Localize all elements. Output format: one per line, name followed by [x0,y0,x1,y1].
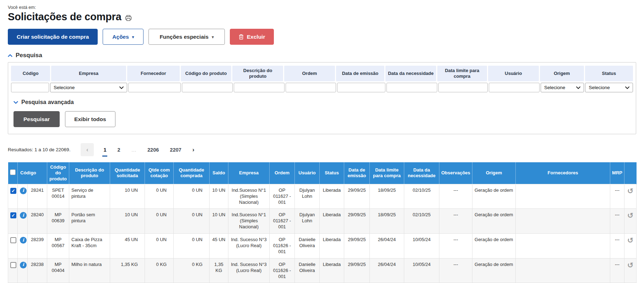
row-history-cell: ↺ [624,234,637,258]
pagination: ‹ 12…22062207 › [81,143,194,156]
print-icon[interactable] [125,15,132,21]
cell-usuario: Danielle Oliveira [295,234,320,258]
search-field-header-ordem: Ordem [284,66,335,81]
cell-saldo: 1,35 KG [210,258,228,283]
search-input-codigo-do-produto[interactable] [182,83,233,92]
row-checkbox[interactable] [10,212,16,218]
delete-button[interactable]: Excluir [230,29,274,45]
search-input-ordem[interactable] [286,83,336,92]
cell-status: Liberada [320,258,344,283]
search-field-header-data-da-necessidade: Data da necessidade [385,66,436,81]
undo-history-icon[interactable]: ↺ [627,237,634,244]
pagination-page-2[interactable]: 2 [117,147,120,153]
table-row: i28241SPET 00014Serviço de pintura10 UN0… [8,184,637,209]
search-select-status[interactable]: Selecione [585,83,633,92]
search-field-header-descricao-do-produto: Descrição do produto [232,66,283,81]
cell-origem: Geração de ordem [472,258,516,283]
cell-ordem: OP 011627 - 001 [270,209,295,234]
search-field-cell-ordem [286,83,336,92]
row-checkbox[interactable] [10,262,16,268]
search-button[interactable]: Pesquisar [13,111,60,127]
search-section-toggle[interactable]: Pesquisa [8,52,636,59]
pagination-page-2207[interactable]: 2207 [170,147,181,153]
undo-history-icon[interactable]: ↺ [627,212,634,219]
search-field-header-data-limite-para-compra: Data limite para compra [437,66,487,81]
search-field-cell-data-da-necessidade [386,83,437,92]
table-header-row: CódigoCódigo do produtoDescrição do prod… [8,162,637,184]
column-header-origem: Origem [472,162,516,184]
search-field-cell-data-limite-para-compra [438,83,488,92]
search-input-data-de-emissao[interactable] [337,83,385,92]
info-icon[interactable]: i [20,262,27,268]
search-field-header-status: Status [585,66,633,81]
cell-qtd-solicitada: 10 UN [110,209,145,234]
column-header-observacoes: Observações [439,162,472,184]
cell-data-necessidade: 10/05/24 [404,234,439,258]
row-select-cell [8,184,18,209]
cell-observacoes: --- [439,209,472,234]
search-field-cell-usuario [489,83,540,92]
search-field-header-usuario: Usuário [488,66,539,81]
cell-saldo: 10 UN [210,209,228,234]
advanced-search-toggle[interactable]: Pesquisa avançada [13,99,633,105]
cell-origem: Geração de ordem [472,234,516,258]
search-input-usuario[interactable] [489,83,540,92]
undo-history-icon[interactable]: ↺ [627,187,634,195]
row-history-cell: ↺ [624,184,637,209]
info-icon[interactable]: i [20,237,27,244]
cell-saldo: 45 UN [210,234,228,258]
search-select-origem-value: Selecione [544,85,565,90]
show-all-button[interactable]: Exibir todos [65,111,115,127]
row-info-cell: i [18,258,28,283]
toolbar: Criar solicitação de compra Ações ▾ Funç… [8,29,636,45]
column-header-empresa: Empresa [228,162,270,184]
cell-codigo: 28238 [28,258,47,283]
search-header-row: CódigoEmpresaFornecedorCódigo do produto… [11,66,633,81]
pagination-page-2206[interactable]: 2206 [147,147,159,153]
search-field-header-data-de-emissao: Data de emissão [336,66,384,81]
search-input-codigo[interactable] [11,83,49,92]
column-header-actions [624,162,637,184]
special-functions-dropdown-button[interactable]: Funções especiais ▾ [148,29,224,45]
pagination-prev-button[interactable]: ‹ [81,143,94,156]
cell-descricao: Caixa de Pizza Kraft - 35cm [69,234,110,258]
search-select-empresa[interactable]: Selecione [50,83,127,92]
select-all-header-cell [8,162,18,184]
search-field-cell-origem: Selecione [541,83,584,92]
search-input-descricao-do-produto[interactable] [234,83,285,92]
cell-data-limite: 26/04/24 [370,234,404,258]
row-checkbox[interactable] [10,188,16,194]
actions-dropdown-button[interactable]: Ações ▾ [103,29,144,45]
search-field-cell-fornecedor [128,83,181,92]
cell-usuario: Danielle Oliveira [295,258,320,283]
row-checkbox[interactable] [10,237,16,243]
search-field-cell-status: Selecione [585,83,633,92]
chevron-down-icon [576,86,580,89]
column-header-fornecedores: Fornecedores [516,162,610,184]
select-all-checkbox[interactable] [10,169,16,175]
info-icon[interactable]: i [20,212,27,219]
purchase-requests-table: CódigoCódigo do produtoDescrição do prod… [8,162,637,283]
search-panel: CódigoEmpresaFornecedorCódigo do produto… [8,62,636,134]
trash-icon [239,34,244,40]
search-input-data-limite-para-compra[interactable] [438,83,488,92]
results-bar: Resultados: 1 a 10 de 22069. ‹ 12…220622… [8,143,636,156]
cell-status: Liberada [320,234,344,258]
create-purchase-request-button[interactable]: Criar solicitação de compra [8,29,98,45]
cell-codigo: 28241 [28,184,47,209]
search-input-fornecedor[interactable] [128,83,181,92]
search-section-label: Pesquisa [16,52,42,59]
advanced-search-label: Pesquisa avançada [21,99,74,105]
pagination-page-1[interactable]: 1 [103,147,106,153]
results-summary: Resultados: 1 a 10 de 22069. [8,147,70,152]
search-select-empresa-value: Selecione [54,85,75,90]
pagination-next-button[interactable]: › [193,146,195,153]
cell-codigo: 28240 [28,209,47,234]
search-select-origem[interactable]: Selecione [541,83,584,92]
cell-qtd-solicitada: 45 UN [110,234,145,258]
cell-ordem: OP 011627 - 001 [270,184,295,209]
info-icon[interactable]: i [20,187,27,194]
search-input-data-da-necessidade[interactable] [386,83,437,92]
cell-data-emissao: 29/09/25 [344,234,370,258]
undo-history-icon[interactable]: ↺ [627,262,634,269]
